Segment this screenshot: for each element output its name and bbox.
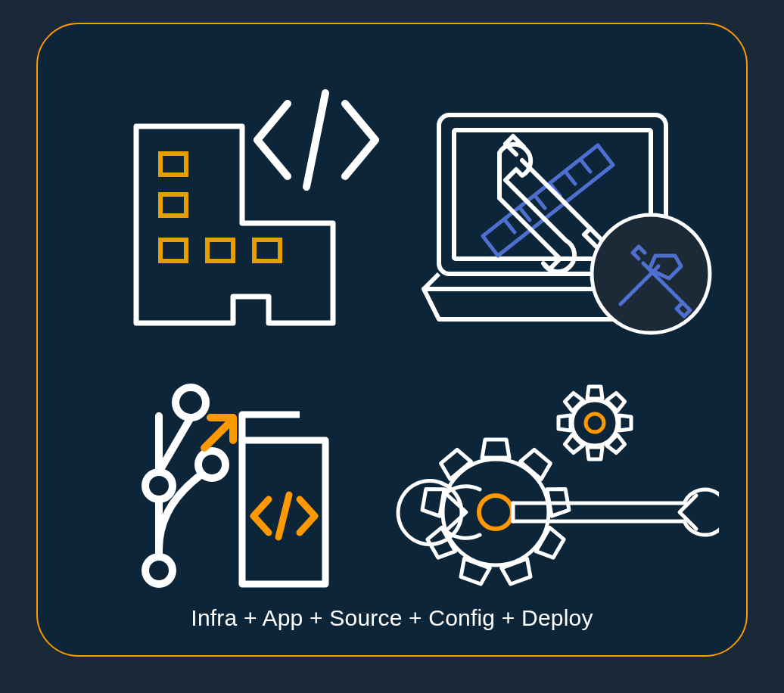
svg-line-15 [522,160,590,228]
svg-rect-1 [160,194,186,216]
svg-line-22 [159,418,191,472]
svg-rect-0 [160,154,186,175]
svg-point-26 [586,414,604,432]
svg-point-20 [198,451,226,478]
svg-point-21 [176,387,206,418]
svg-rect-2 [160,240,186,261]
svg-point-18 [145,472,173,499]
svg-point-28 [479,496,512,529]
svg-line-24 [278,495,289,537]
diagram-caption: Infra + App + Source + Config + Deploy [38,605,746,631]
building-code-icon [106,89,394,338]
source-branch-icon [114,380,356,607]
gears-wrench-icon [371,368,719,611]
svg-line-9 [506,221,515,232]
svg-rect-4 [254,240,280,261]
svg-rect-3 [207,240,233,261]
svg-line-11 [536,197,545,208]
diagram-panel: Infra + App + Source + Config + Deploy [36,23,748,657]
svg-line-14 [581,160,590,172]
svg-point-19 [145,557,173,584]
svg-line-13 [566,172,575,184]
svg-line-23 [204,421,231,448]
svg-point-27 [443,459,549,565]
laptop-tools-icon [386,100,719,350]
